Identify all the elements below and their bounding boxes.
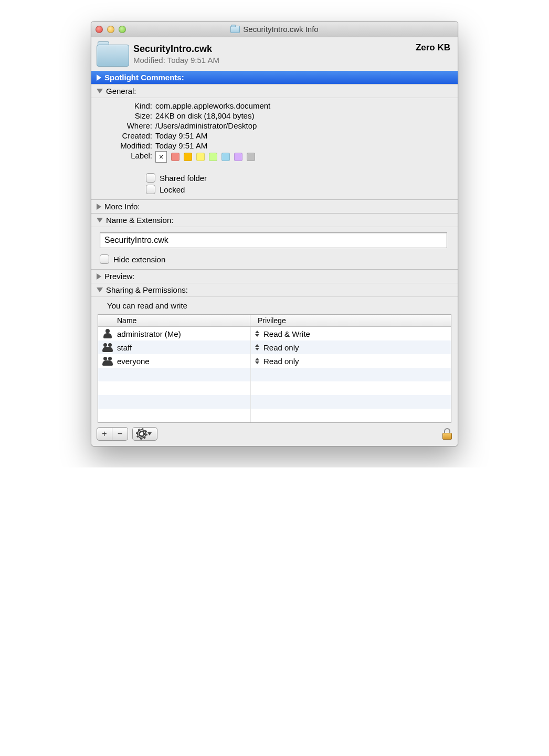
created-label: Created: [100, 131, 152, 140]
titlebar: SecurityIntro.cwk Info [91, 22, 458, 37]
section-label: More Info: [104, 202, 140, 211]
info-window: SecurityIntro.cwk Info SecurityIntro.cwk… [91, 21, 458, 446]
section-general[interactable]: General: [91, 84, 458, 98]
table-row [98, 409, 451, 422]
label-color-swatch[interactable] [221, 153, 230, 161]
label-color-swatch[interactable] [209, 153, 217, 161]
shared-folder-checkbox[interactable] [146, 173, 155, 183]
filename-input[interactable] [100, 232, 447, 248]
section-spotlight-comments[interactable]: Spotlight Comments: [91, 71, 458, 84]
label-label: Label: [100, 151, 152, 163]
shared-folder-label: Shared folder [160, 174, 207, 183]
section-label: Sharing & Permissions: [106, 285, 188, 294]
shared-folder-row: Shared folder [146, 173, 449, 183]
table-row [98, 395, 451, 409]
label-color-swatch[interactable] [247, 153, 255, 161]
file-size: Zero KB [416, 41, 450, 53]
disclosure-triangle-icon [97, 204, 101, 210]
table-row[interactable]: administrator (Me)Read & Write [98, 327, 451, 340]
traffic-lights [96, 26, 126, 33]
locked-label: Locked [160, 185, 185, 194]
table-row [98, 381, 451, 395]
remove-button[interactable]: − [112, 427, 128, 441]
label-color-swatch[interactable] [184, 153, 192, 161]
permissions-header: Name Privilege [98, 315, 451, 327]
disclosure-triangle-icon [97, 89, 103, 93]
label-color-swatch[interactable] [171, 153, 180, 161]
section-label: Preview: [104, 272, 135, 281]
lock-button[interactable] [442, 428, 452, 440]
locked-checkbox[interactable] [146, 185, 155, 194]
add-button[interactable]: + [97, 427, 112, 441]
file-icon [97, 41, 129, 67]
locked-row: Locked [146, 185, 449, 194]
section-more-info[interactable]: More Info: [91, 199, 458, 213]
permissions-toolbar: + − [97, 423, 452, 446]
disclosure-triangle-icon [97, 218, 103, 222]
created-value: Today 9:51 AM [155, 131, 449, 140]
user-icon [102, 329, 113, 338]
where-value: /Users/administrator/Desktop [155, 121, 449, 130]
permission-name: everyone [117, 357, 150, 366]
minimize-button[interactable] [107, 26, 114, 33]
section-preview[interactable]: Preview: [91, 269, 458, 283]
file-header: SecurityIntro.cwk Modified: Today 9:51 A… [91, 37, 458, 71]
size-label: Size: [100, 111, 152, 120]
modified-value: Today 9:51 AM [155, 141, 449, 150]
column-name[interactable]: Name [98, 315, 250, 326]
action-menu-button[interactable] [132, 427, 157, 441]
where-label: Where: [100, 121, 152, 130]
label-swatches: × [155, 151, 449, 163]
permission-name: staff [117, 343, 132, 352]
section-sharing-permissions[interactable]: Sharing & Permissions: [91, 283, 458, 296]
name-ext-body: Hide extension [91, 227, 458, 269]
permissions-table: Name Privilege administrator (Me)Read & … [98, 314, 451, 423]
zoom-button[interactable] [119, 26, 126, 33]
privilege-stepper[interactable] [254, 331, 260, 337]
section-label: General: [106, 87, 136, 95]
size-value: 24KB on disk (18,904 bytes) [155, 111, 449, 120]
section-label: Name & Extension: [106, 216, 173, 225]
section-name-extension[interactable]: Name & Extension: [91, 213, 458, 227]
table-row[interactable]: everyoneRead only [98, 354, 451, 368]
file-modified: Modified: Today 9:51 AM [133, 56, 416, 65]
permission-privilege: Read only [263, 343, 299, 352]
kind-value: com.apple.appleworks.document [155, 101, 449, 110]
window-title-text: SecurityIntro.cwk Info [243, 25, 318, 34]
table-row[interactable]: staffRead only [98, 340, 451, 354]
hide-extension-label: Hide extension [113, 255, 165, 264]
label-clear-button[interactable]: × [155, 151, 167, 163]
sharing-description: You can read and write [97, 299, 452, 314]
disclosure-triangle-icon [97, 74, 101, 81]
chevron-down-icon [147, 432, 152, 435]
label-color-swatch[interactable] [196, 153, 205, 161]
column-privilege[interactable]: Privilege [250, 315, 451, 326]
close-button[interactable] [96, 26, 103, 33]
disclosure-triangle-icon [97, 273, 101, 280]
group-icon [102, 343, 113, 352]
sharing-body: You can read and write Name Privilege ad… [91, 296, 458, 446]
label-color-swatch[interactable] [234, 153, 242, 161]
section-label: Spotlight Comments: [104, 73, 184, 82]
permission-privilege: Read & Write [263, 329, 310, 338]
window-title: SecurityIntro.cwk Info [91, 25, 458, 34]
hide-extension-checkbox[interactable] [100, 254, 109, 264]
permission-privilege: Read only [263, 357, 299, 366]
gear-icon [138, 430, 145, 438]
permission-name: administrator (Me) [117, 329, 181, 338]
folder-icon [230, 26, 240, 33]
privilege-stepper[interactable] [254, 358, 260, 364]
kind-label: Kind: [100, 101, 152, 110]
group-icon [102, 356, 113, 366]
disclosure-triangle-icon [97, 288, 103, 292]
table-row [98, 368, 451, 381]
privilege-stepper[interactable] [254, 344, 260, 350]
file-name: SecurityIntro.cwk [133, 44, 416, 55]
modified-label: Modified: [100, 141, 152, 150]
general-body: Kind:com.apple.appleworks.document Size:… [91, 98, 458, 199]
